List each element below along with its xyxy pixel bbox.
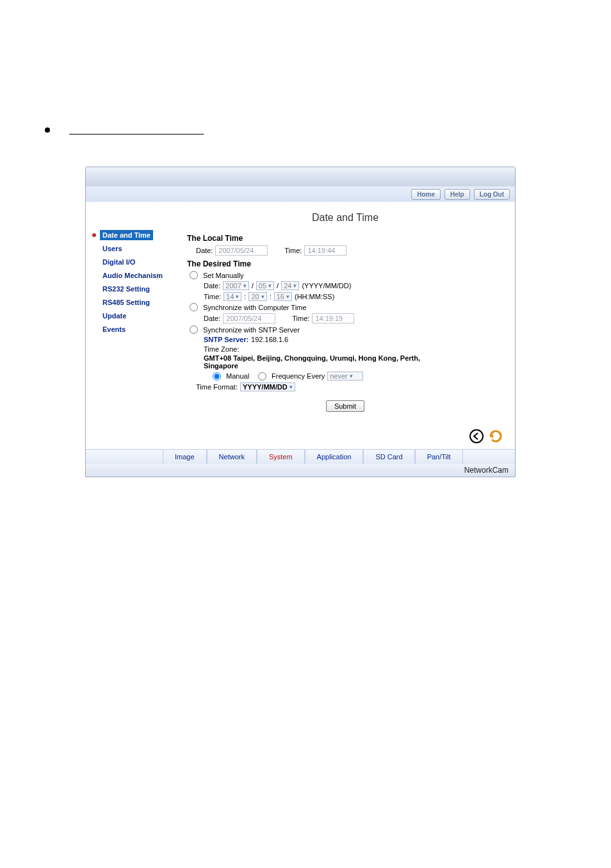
sync-computer-row: Synchronize with Computer Time xyxy=(190,303,503,311)
logout-button[interactable]: Log Out xyxy=(474,189,510,200)
bullet-icon xyxy=(45,127,50,133)
sidebar-item-4[interactable]: RS232 Setting xyxy=(91,283,187,295)
set-manually-radio[interactable] xyxy=(190,271,198,279)
sidebar-item-label: RS485 Setting xyxy=(100,297,152,307)
bottom-icon-bar xyxy=(86,425,515,449)
set-manually-row: Set Manually xyxy=(190,271,503,279)
sync-sntp-row: Synchronize with SNTP Server xyxy=(190,325,503,334)
manual-second-select[interactable]: 16▾ xyxy=(274,292,292,301)
set-manually-label: Set Manually xyxy=(203,272,244,279)
tab-pan-tilt[interactable]: Pan/Tilt xyxy=(415,450,463,464)
computer-date-value: 2007/05/24 xyxy=(223,313,275,323)
app-window: Home Help Log Out Date and TimeUsersDigi… xyxy=(85,167,516,477)
manual-minute-select[interactable]: 20▾ xyxy=(248,292,266,301)
chevron-down-icon: ▾ xyxy=(243,283,247,289)
manual-date-label: Date: xyxy=(204,282,220,290)
chevron-down-icon: ▾ xyxy=(268,283,272,289)
time-format-row: Time Format: YYYY/MM/DD▾ xyxy=(196,382,503,391)
manual-time-label: Time: xyxy=(204,293,221,300)
sidebar-item-3[interactable]: Audio Mechanism xyxy=(91,269,187,282)
manual-year-select[interactable]: 2007▾ xyxy=(223,281,248,290)
timezone-label: Time Zone: xyxy=(204,345,503,353)
chevron-down-icon: ▾ xyxy=(350,373,353,379)
manual-day-select[interactable]: 24▾ xyxy=(281,281,299,290)
svg-point-0 xyxy=(470,430,483,443)
tab-image[interactable]: Image xyxy=(163,450,207,464)
computer-time-value: 14:19:19 xyxy=(312,313,354,323)
footer-brand: NetworkCam xyxy=(86,464,515,477)
computer-time-label: Time: xyxy=(292,315,309,322)
manual-time-row: Time: 14▾ : 20▾ : 16▾ (HH:MM:SS) xyxy=(204,292,503,301)
title-bar xyxy=(86,167,515,186)
timezone-row: Time Zone: GMT+08 Taipei, Beijing, Chong… xyxy=(204,345,503,370)
manual-month-select[interactable]: 05▾ xyxy=(256,281,274,290)
manual-time-hint: (HH:MM:SS) xyxy=(295,293,334,300)
sidebar-item-label: Date and Time xyxy=(100,230,153,240)
sidebar: Date and TimeUsersDigital I/OAudio Mecha… xyxy=(86,202,187,425)
local-time-value: 14:19:44 xyxy=(304,245,346,256)
sidebar-item-5[interactable]: RS485 Setting xyxy=(91,296,187,309)
tab-system[interactable]: System xyxy=(257,450,305,464)
page-title: Date and Time xyxy=(187,212,503,224)
sidebar-item-label: Audio Mechanism xyxy=(100,270,165,281)
help-button[interactable]: Help xyxy=(444,189,470,200)
main-pane: Date and Time The Local Time Date: 2007/… xyxy=(187,202,515,425)
sntp-frequency-select[interactable]: never▾ xyxy=(327,372,363,381)
underline-placeholder xyxy=(69,125,204,135)
sidebar-item-2[interactable]: Digital I/O xyxy=(91,256,187,268)
back-icon[interactable] xyxy=(469,429,484,444)
refresh-icon[interactable] xyxy=(488,429,503,444)
sntp-frequency-radio[interactable] xyxy=(258,372,266,381)
local-time-heading: The Local Time xyxy=(187,234,503,243)
sync-sntp-radio[interactable] xyxy=(190,325,198,334)
sidebar-item-7[interactable]: Events xyxy=(91,323,187,336)
manual-date-hint: (YYYY/MM/DD) xyxy=(302,282,351,290)
submit-button[interactable]: Submit xyxy=(326,400,364,412)
chevron-down-icon: ▾ xyxy=(236,293,239,300)
sync-computer-radio[interactable] xyxy=(190,303,198,311)
bottom-tabs: ImageNetworkSystemApplicationSD CardPan/… xyxy=(86,449,515,464)
sidebar-item-label: Events xyxy=(100,324,128,334)
manual-hour-select[interactable]: 14▾ xyxy=(224,292,241,301)
chevron-down-icon: ▾ xyxy=(293,283,297,289)
sidebar-item-0[interactable]: Date and Time xyxy=(91,229,187,242)
sntp-server-value: 192.168.1.6 xyxy=(251,336,288,343)
home-button[interactable]: Home xyxy=(411,189,441,200)
sntp-frequency-label: Frequency Every xyxy=(272,372,325,380)
top-nav: Home Help Log Out xyxy=(86,186,515,202)
sntp-server-label[interactable]: SNTP Server: xyxy=(204,336,248,343)
doc-bullet-underline xyxy=(45,125,204,135)
timezone-value: GMT+08 Taipei, Beijing, Chongquing, Urum… xyxy=(204,354,434,370)
local-date-value: 2007/05/24 xyxy=(215,245,268,256)
sync-computer-label: Synchronize with Computer Time xyxy=(203,304,306,311)
chevron-down-icon: ▾ xyxy=(261,293,265,300)
local-time-label: Time: xyxy=(284,247,302,254)
sidebar-item-label: Digital I/O xyxy=(100,257,138,267)
sidebar-marker-icon xyxy=(91,233,97,237)
tab-sd-card[interactable]: SD Card xyxy=(363,450,414,464)
sntp-manual-label: Manual xyxy=(226,372,249,380)
sntp-manual-radio[interactable] xyxy=(213,372,221,381)
computer-time-row: Date: 2007/05/24 Time: 14:19:19 xyxy=(204,313,503,323)
sntp-server-row: SNTP Server: 192.168.1.6 xyxy=(204,336,503,343)
sidebar-item-6[interactable]: Update xyxy=(91,309,187,322)
computer-date-label: Date: xyxy=(204,315,220,322)
sidebar-item-label: Users xyxy=(100,243,125,254)
local-time-row: Date: 2007/05/24 Time: 14:19:44 xyxy=(196,245,503,256)
tab-application[interactable]: Application xyxy=(305,450,364,464)
local-date-label: Date: xyxy=(196,247,213,254)
manual-date-row: Date: 2007▾ / 05▾ / 24▾ (YYYY/MM/DD) xyxy=(204,281,503,290)
chevron-down-icon: ▾ xyxy=(289,384,293,390)
sidebar-item-label: Update xyxy=(100,311,129,321)
sidebar-item-label: RS232 Setting xyxy=(100,284,152,294)
sntp-mode-row: Manual Frequency Every never▾ xyxy=(213,372,503,381)
chevron-down-icon: ▾ xyxy=(286,293,289,300)
desired-time-heading: The Desired Time xyxy=(187,259,503,268)
tab-network[interactable]: Network xyxy=(207,450,257,464)
sidebar-item-1[interactable]: Users xyxy=(91,242,187,255)
sync-sntp-label: Synchronize with SNTP Server xyxy=(203,326,300,334)
time-format-label: Time Format: xyxy=(196,383,238,391)
time-format-select[interactable]: YYYY/MM/DD▾ xyxy=(240,382,295,391)
